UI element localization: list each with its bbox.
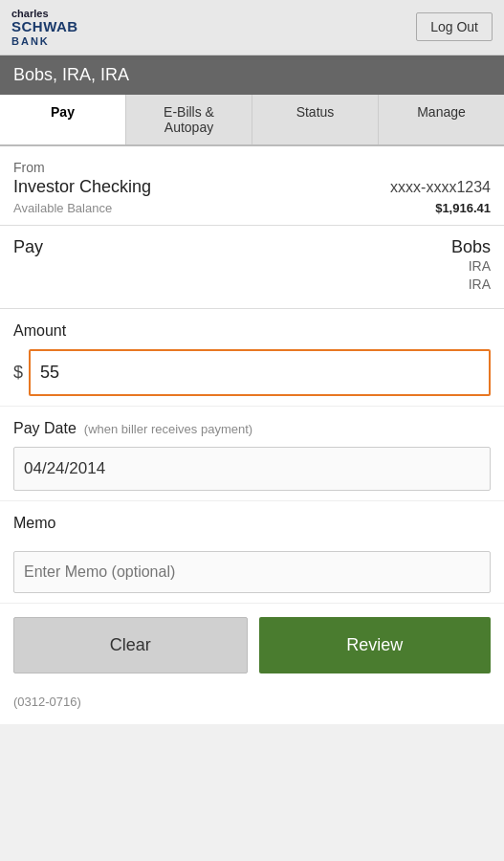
app-header: charles SCHWAB BANK Log Out — [0, 0, 504, 55]
account-name-bar: Bobs, IRA, IRA — [0, 55, 504, 95]
clear-button[interactable]: Clear — [13, 617, 248, 673]
tab-status-label: Status — [296, 104, 335, 120]
balance-value: $1,916.41 — [435, 201, 491, 215]
nav-tabs: Pay E-Bills &Autopay Status Manage — [0, 95, 504, 146]
tab-ebills[interactable]: E-Bills &Autopay — [126, 95, 252, 144]
memo-label: Memo — [13, 515, 491, 532]
balance-label: Available Balance — [13, 201, 112, 215]
tab-manage[interactable]: Manage — [379, 95, 504, 144]
memo-section: Memo — [0, 501, 504, 604]
logo-line2: SCHWAB — [11, 19, 78, 35]
account-name: Bobs, IRA, IRA — [13, 65, 129, 84]
pay-to-label: Pay — [13, 237, 43, 257]
payee-name-sub1: IRA — [451, 257, 491, 276]
from-account-name: Investor Checking — [13, 177, 151, 197]
tab-pay-label: Pay — [51, 104, 75, 120]
paydate-sub-label: (when biller receives payment) — [84, 422, 252, 436]
memo-input[interactable] — [13, 551, 491, 593]
paydate-display[interactable]: 04/24/2014 — [13, 447, 491, 491]
amount-label: Amount — [13, 322, 491, 340]
amount-input[interactable] — [29, 349, 491, 396]
review-button[interactable]: Review — [259, 617, 492, 673]
main-content: From Investor Checking xxxx-xxxx1234 Ava… — [0, 146, 504, 724]
tab-manage-label: Manage — [417, 104, 466, 120]
dollar-sign: $ — [13, 363, 23, 383]
from-section: From Investor Checking xxxx-xxxx1234 Ava… — [0, 146, 504, 226]
tab-ebills-label: E-Bills &Autopay — [164, 104, 214, 135]
paydate-section: Pay Date (when biller receives payment) … — [0, 407, 504, 501]
action-buttons: Clear Review — [0, 604, 504, 687]
paydate-label: Pay Date — [13, 420, 77, 437]
logo: charles SCHWAB BANK — [11, 8, 78, 47]
payee-name-sub2: IRA — [451, 276, 491, 295]
amount-section: Amount $ — [0, 309, 504, 407]
tab-pay[interactable]: Pay — [0, 95, 126, 144]
payee-name-block: Bobs IRA IRA — [451, 237, 491, 295]
logout-button[interactable]: Log Out — [416, 12, 493, 41]
from-label: From — [13, 160, 491, 175]
logo-line3: BANK — [11, 35, 50, 47]
payee-name-main: Bobs — [451, 237, 491, 256]
footer-note: (0312-0716) — [0, 687, 504, 724]
pay-to-section: Pay Bobs IRA IRA — [0, 226, 504, 309]
from-account-number: xxxx-xxxx1234 — [390, 179, 491, 196]
tab-status[interactable]: Status — [252, 95, 379, 144]
